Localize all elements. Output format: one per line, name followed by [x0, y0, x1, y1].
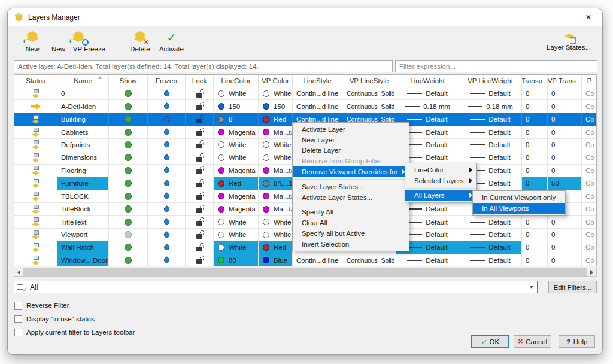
- column-header-frozen[interactable]: Frozen: [148, 75, 186, 87]
- context-menu-item[interactable]: Activate Layer: [293, 124, 409, 135]
- column-header-vpc[interactable]: VP Color: [259, 75, 293, 87]
- checkbox-row[interactable]: Reverse Filter: [14, 301, 135, 310]
- activate-layer-button[interactable]: Activate: [155, 30, 188, 54]
- cell-name[interactable]: Defpoints: [57, 139, 109, 151]
- context-menu-item[interactable]: Clear All: [293, 217, 409, 228]
- frozen-droplet-icon[interactable]: [163, 192, 171, 200]
- column-header-vptr[interactable]: VP Trans...: [548, 75, 582, 87]
- cell-name[interactable]: Dimensions: [57, 151, 109, 163]
- close-icon[interactable]: [581, 10, 596, 25]
- unlock-icon[interactable]: [196, 221, 202, 226]
- color-swatch[interactable]: [218, 116, 224, 123]
- column-header-plot[interactable]: P: [582, 75, 597, 87]
- unlock-icon[interactable]: [196, 169, 202, 174]
- show-toggle-icon[interactable]: [125, 180, 132, 187]
- checkbox[interactable]: [14, 329, 22, 336]
- frozen-droplet-icon[interactable]: [163, 128, 171, 136]
- unlock-icon[interactable]: [196, 259, 202, 264]
- new-layer-button[interactable]: + New: [17, 30, 47, 54]
- subsubmenu-item[interactable]: In All Viewports: [473, 203, 565, 214]
- scrollbar-thumb[interactable]: [23, 268, 587, 276]
- unlock-icon[interactable]: [196, 157, 202, 162]
- color-swatch[interactable]: [263, 129, 269, 135]
- cell-name[interactable]: 0: [57, 87, 109, 99]
- checkbox[interactable]: [14, 302, 22, 310]
- color-swatch[interactable]: [263, 141, 269, 148]
- color-swatch[interactable]: [218, 129, 224, 135]
- unlock-icon[interactable]: [196, 183, 202, 187]
- show-toggle-icon[interactable]: [125, 205, 132, 213]
- unlock-icon[interactable]: [196, 247, 202, 251]
- scroll-right-icon[interactable]: [587, 268, 596, 276]
- cancel-button[interactable]: Cancel: [514, 335, 551, 348]
- cell-name[interactable]: Building: [57, 113, 109, 125]
- color-swatch[interactable]: [218, 257, 224, 263]
- cell-name[interactable]: A-Detl-Iden: [57, 100, 109, 112]
- color-swatch[interactable]: [263, 193, 269, 199]
- context-menu-item[interactable]: Specify all but Active: [293, 228, 409, 239]
- color-swatch[interactable]: [218, 167, 224, 174]
- cell-name[interactable]: Furniture: [57, 177, 109, 189]
- column-header-ls[interactable]: LineStyle: [293, 75, 342, 87]
- show-toggle-icon[interactable]: [125, 257, 132, 264]
- cell-name[interactable]: Flooring: [57, 165, 109, 177]
- context-menu-item[interactable]: Delete Layer: [293, 145, 409, 156]
- color-swatch[interactable]: [263, 180, 269, 187]
- table-row[interactable]: Window... Doors80BlueContin...d lineCont…: [14, 254, 596, 266]
- show-toggle-icon[interactable]: [125, 116, 132, 123]
- column-header-lock[interactable]: Lock: [186, 75, 214, 87]
- show-toggle-icon[interactable]: [125, 244, 132, 251]
- color-swatch[interactable]: [218, 103, 224, 110]
- color-swatch[interactable]: [218, 219, 224, 225]
- unlock-icon[interactable]: [196, 131, 202, 136]
- show-toggle-icon[interactable]: [125, 90, 132, 97]
- ok-button[interactable]: OK: [471, 335, 509, 348]
- show-toggle-icon[interactable]: [125, 103, 132, 110]
- context-menu-item[interactable]: Remove from Group Filter: [293, 156, 409, 166]
- column-header-name[interactable]: Name: [57, 75, 109, 87]
- show-toggle-icon[interactable]: [125, 167, 132, 174]
- unlock-icon[interactable]: [196, 208, 202, 213]
- submenu-item[interactable]: All Layers: [405, 190, 476, 201]
- frozen-droplet-icon[interactable]: [163, 218, 171, 226]
- column-header-lw[interactable]: LineWeight: [396, 75, 459, 87]
- unlock-icon[interactable]: [196, 105, 202, 110]
- color-swatch[interactable]: [218, 206, 224, 213]
- color-swatch[interactable]: [263, 90, 269, 97]
- table-row[interactable]: 0WhiteWhiteContin...d lineContinuousSoli…: [14, 87, 596, 100]
- context-menu-item[interactable]: Specify All: [293, 207, 409, 218]
- cell-name[interactable]: Cabinets: [57, 126, 109, 138]
- color-swatch[interactable]: [263, 116, 269, 123]
- submenu-item[interactable]: Selected Layers: [405, 175, 476, 186]
- color-swatch[interactable]: [263, 206, 269, 213]
- frozen-droplet-icon[interactable]: [163, 166, 171, 174]
- horizontal-scrollbar[interactable]: [14, 268, 597, 277]
- color-swatch[interactable]: [218, 154, 224, 161]
- cell-name[interactable]: TitleText: [57, 216, 109, 228]
- frozen-droplet-icon[interactable]: [163, 102, 171, 110]
- show-toggle-icon[interactable]: [125, 231, 132, 238]
- cell-name[interactable]: Window... Doors: [57, 254, 109, 266]
- cell-name[interactable]: Wall Hatch: [57, 241, 109, 253]
- frozen-droplet-icon[interactable]: [163, 141, 171, 149]
- column-header-show[interactable]: Show: [109, 75, 148, 87]
- frozen-droplet-icon[interactable]: [163, 90, 171, 98]
- edit-filters-button[interactable]: Edit Filters...: [548, 281, 597, 293]
- cell-name[interactable]: Viewport: [57, 229, 109, 241]
- color-swatch[interactable]: [218, 180, 224, 187]
- color-swatch[interactable]: [263, 257, 269, 263]
- color-swatch[interactable]: [263, 219, 269, 225]
- checkbox-row[interactable]: Apply current filter to Layers toolbar: [14, 328, 135, 336]
- subsubmenu-item[interactable]: In Current Viewport only: [473, 192, 565, 203]
- show-toggle-icon[interactable]: [125, 154, 132, 161]
- color-swatch[interactable]: [263, 154, 269, 161]
- cell-name[interactable]: TitleBlock: [57, 203, 109, 215]
- context-menu-item[interactable]: Remove Viewport Overrides for: [293, 166, 409, 177]
- color-swatch[interactable]: [218, 90, 224, 97]
- unlock-icon[interactable]: [196, 119, 202, 123]
- color-swatch[interactable]: [263, 103, 269, 110]
- help-button[interactable]: ?Help: [559, 335, 595, 348]
- unlock-icon[interactable]: [196, 93, 202, 98]
- checkbox[interactable]: [14, 315, 22, 323]
- context-menu-item[interactable]: Save Layer States...: [293, 181, 409, 192]
